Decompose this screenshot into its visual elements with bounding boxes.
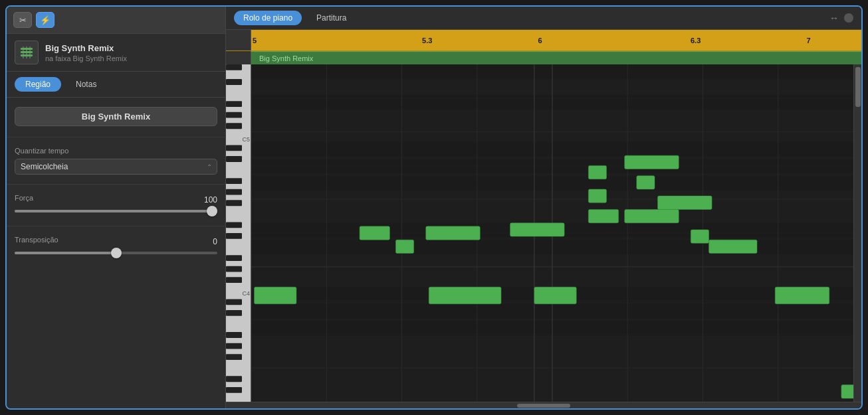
midi-icon [19,45,34,60]
svg-rect-41 [251,95,853,110]
tab-partitura[interactable]: Partitura [307,11,356,25]
svg-rect-17 [226,222,242,228]
svg-rect-14 [226,178,242,184]
svg-rect-12 [226,145,242,151]
svg-text:C5: C5 [243,135,250,143]
right-panel: Rolo de piano Partitura ↔ 5 5.3 6 6.3 7 [226,7,861,408]
svg-rect-47 [251,287,853,301]
transposicao-slider-track[interactable] [15,252,217,254]
scrollbar-thumb-v[interactable] [855,67,861,107]
svg-rect-46 [251,240,853,254]
forca-slider-fill [15,210,217,212]
scissors-icon: ✂ [19,15,27,25]
quantize-select[interactable]: Semicolcheia [15,159,217,175]
forca-slider-thumb[interactable] [207,206,217,216]
svg-rect-48 [251,304,853,319]
scissors-tool-button[interactable]: ✂ [13,12,32,28]
svg-rect-15 [226,189,242,195]
quantize-select-wrapper: Semicolcheia [15,159,217,175]
svg-rect-16 [226,200,242,206]
quantize-label: Quantizar tempo [15,147,217,155]
vertical-scrollbar[interactable] [853,64,861,402]
transposicao-value: 0 [213,237,217,246]
svg-rect-67 [625,155,679,169]
svg-rect-10 [226,112,242,118]
view-tabs-header: Rolo de piano Partitura ↔ [226,7,861,30]
svg-rect-11 [226,123,242,129]
region-notas-tabs: Região Notas [7,72,225,98]
track-icon [15,41,39,64]
horizontal-scrollbar[interactable] [226,402,861,408]
tab-regiao[interactable]: Região [15,77,61,92]
piano-roll-area: 5 5.3 6 6.3 7 Big Synth Remix [226,30,861,408]
svg-rect-45 [251,223,853,238]
svg-rect-43 [251,159,853,173]
left-panel: ✂ ⚡ Big Synth Remix na faixa Big S [7,7,226,408]
svg-rect-20 [226,266,242,272]
region-name-button[interactable]: Big Synth Remix [15,107,217,126]
divider-3 [7,226,225,226]
svg-rect-65 [534,287,576,303]
forca-slider-track[interactable] [15,210,217,212]
scrollbar-thumb-h[interactable] [517,404,570,408]
divider-1 [7,137,225,137]
svg-rect-68 [637,176,655,189]
piano-bg: C5 C4 [226,64,251,402]
piano-keyboard: C5 C4 [226,64,251,402]
svg-rect-64 [510,223,565,236]
piano-key-header-spacer [226,30,251,50]
svg-rect-42 [251,142,853,157]
grid-svg [251,64,853,402]
time-marker-6: 6 [538,37,542,44]
svg-rect-23 [226,310,242,316]
transposicao-group: Transposição 0 [7,232,225,262]
svg-rect-28 [226,387,242,393]
forca-value: 100 [204,195,217,205]
svg-rect-8 [226,79,242,85]
transposicao-slider-thumb[interactable] [111,248,122,258]
svg-rect-25 [226,343,242,349]
piano-key-spacer [226,51,251,64]
quantize-tool-button[interactable]: ⚡ [36,12,54,28]
svg-rect-26 [226,354,242,360]
time-marker-7: 7 [806,37,810,44]
main-window: ✂ ⚡ Big Synth Remix na faixa Big S [5,5,863,410]
divider-2 [7,184,225,185]
svg-rect-24 [226,332,242,338]
svg-rect-60 [360,226,389,240]
timeline-marks: 5 5.3 6 6.3 7 [251,30,861,50]
svg-rect-22 [226,299,242,305]
svg-rect-9 [226,101,242,107]
time-marker-5: 5 [253,37,257,44]
svg-rect-76 [841,385,853,398]
note-grid [251,64,853,402]
svg-text:C4: C4 [243,289,250,297]
forca-group: Força 100 [7,190,225,220]
tab-notas[interactable]: Notas [65,77,107,92]
svg-rect-13 [226,156,242,162]
svg-rect-73 [691,230,708,243]
tab-rolo-piano[interactable]: Rolo de piano [234,11,302,25]
circle-button[interactable] [844,13,853,23]
transposicao-row: Transposição 0 [15,236,217,248]
svg-rect-59 [255,287,296,303]
svg-rect-75 [775,287,829,303]
svg-rect-63 [429,287,501,303]
track-details: Big Synth Remix na faixa Big Synth Remix [45,43,127,62]
svg-rect-66 [588,165,606,179]
svg-rect-71 [588,209,618,222]
track-title: Big Synth Remix [45,43,127,53]
region-label-text: Big Synth Remix [259,54,313,62]
svg-rect-19 [226,255,242,261]
toolbar: ✂ ⚡ [7,7,225,34]
piano-roll-body: C5 C4 [226,64,861,402]
region-label-bar: Big Synth Remix [226,51,861,64]
track-subtitle: na faixa Big Synth Remix [45,54,127,62]
piano-keys-svg: C5 C4 [226,64,251,402]
svg-rect-44 [251,176,853,191]
quantize-icon: ⚡ [40,15,51,25]
time-marker-6-3: 6.3 [691,37,701,44]
forca-label: Força [15,194,33,202]
resize-icon[interactable]: ↔ [829,13,839,23]
transposicao-slider-fill [15,252,116,254]
